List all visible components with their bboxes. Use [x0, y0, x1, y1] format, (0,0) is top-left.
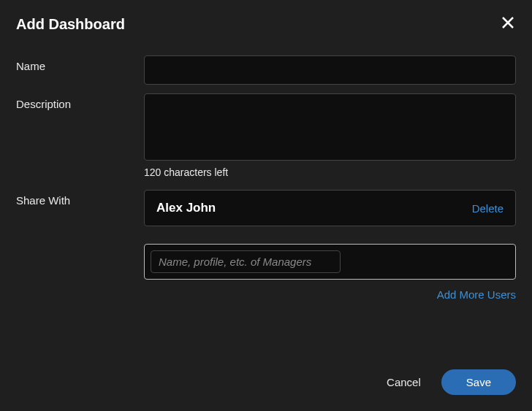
save-button[interactable]: Save [441, 369, 516, 395]
description-input[interactable] [144, 93, 516, 161]
description-field-col: 120 characters left [144, 93, 516, 178]
share-search-card [144, 244, 516, 280]
close-icon[interactable] [500, 15, 516, 34]
dialog-header: Add Dashboard [16, 15, 516, 34]
share-user-name: Alex John [156, 201, 216, 215]
description-row: Description 120 characters left [16, 93, 516, 178]
share-search-input[interactable] [151, 250, 341, 273]
add-more-users-link[interactable]: Add More Users [437, 288, 516, 301]
char-counter: 120 characters left [144, 166, 516, 178]
dialog-footer: Cancel Save [387, 369, 516, 395]
share-user-card: Alex John Delete [144, 190, 516, 226]
name-input[interactable] [144, 55, 516, 85]
name-row: Name [16, 55, 516, 85]
delete-user-link[interactable]: Delete [472, 202, 503, 215]
add-more-row: Add More Users [144, 288, 516, 301]
share-row: Share With Alex John Delete Add More Use… [16, 190, 516, 301]
name-label: Name [16, 55, 144, 85]
share-label: Share With [16, 190, 144, 301]
description-label: Description [16, 93, 144, 178]
name-field-col [144, 55, 516, 85]
cancel-button[interactable]: Cancel [387, 376, 421, 388]
share-field-col: Alex John Delete Add More Users [144, 190, 516, 301]
dialog-title: Add Dashboard [16, 16, 125, 33]
